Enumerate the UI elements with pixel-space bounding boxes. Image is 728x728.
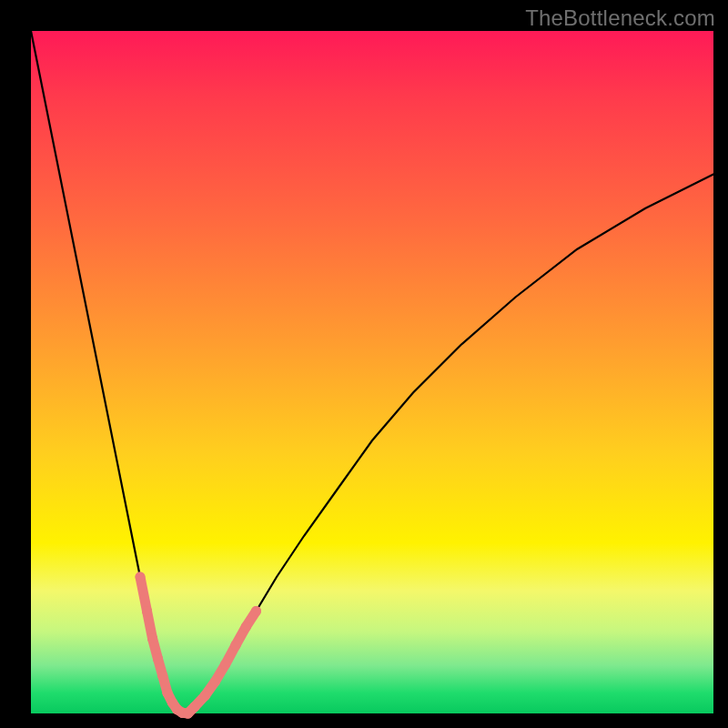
bottleneck-curve bbox=[31, 31, 713, 713]
marker-dot bbox=[142, 606, 152, 616]
marker-dot bbox=[231, 641, 241, 651]
marker-dot bbox=[241, 622, 251, 632]
marker-dot bbox=[251, 606, 261, 616]
plot-area bbox=[31, 31, 713, 713]
marker-dot bbox=[163, 688, 173, 698]
marker-dot bbox=[157, 671, 167, 681]
watermark-text: TheBottleneck.com bbox=[525, 5, 715, 31]
marker-dot bbox=[147, 633, 157, 643]
marker-dot bbox=[220, 660, 230, 670]
marker-dot bbox=[153, 654, 163, 664]
marker-dot bbox=[136, 572, 146, 582]
marker-cluster bbox=[136, 572, 262, 719]
marker-segment bbox=[140, 577, 147, 612]
marker-dot bbox=[210, 676, 220, 686]
curve-svg bbox=[31, 31, 713, 713]
marker-dot bbox=[190, 702, 200, 712]
chart-frame: TheBottleneck.com bbox=[0, 0, 728, 728]
marker-dot bbox=[200, 691, 210, 701]
